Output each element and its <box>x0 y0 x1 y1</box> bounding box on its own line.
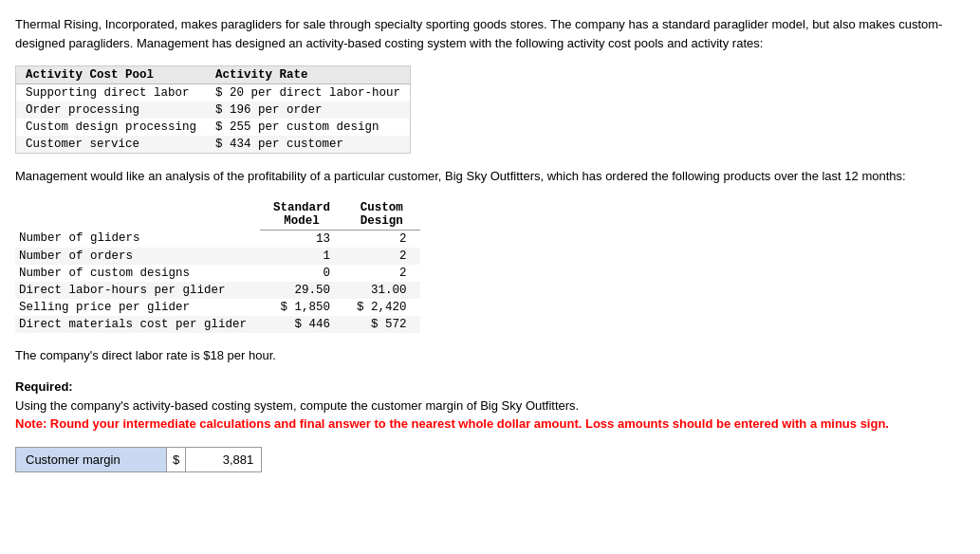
activity-pool-header: Activity Cost Pool <box>16 66 207 84</box>
activity-rate-header: Activity Rate <box>206 66 411 84</box>
row-gliders-label: Number of gliders <box>15 230 260 248</box>
row-materials-custom: $ 572 <box>343 316 420 333</box>
activity-rate-row2: $ 196 per order <box>206 102 411 119</box>
activity-rate-row1: $ 20 per direct labor-hour <box>206 84 411 102</box>
activity-rate-row4: $ 434 per customer <box>206 136 411 154</box>
row-orders-label: Number of orders <box>15 248 260 265</box>
activity-pool-row4: Customer service <box>16 136 207 154</box>
row-dlh-custom: 31.00 <box>343 282 420 299</box>
row-designs-custom: 2 <box>343 265 420 282</box>
row-price-label: Selling price per glider <box>15 299 260 316</box>
required-section: Required: Using the company's activity-b… <box>15 378 965 434</box>
direct-labor-paragraph: The company's direct labor rate is $18 p… <box>15 346 965 365</box>
activity-pool-row1: Supporting direct labor <box>16 84 207 102</box>
custom-design-header: Custom Design <box>343 199 420 231</box>
row-designs-label: Number of custom designs <box>15 265 260 282</box>
standard-model-header: Standard Model <box>260 199 343 231</box>
activity-pool-row3: Custom design processing <box>16 119 207 136</box>
required-label: Required: <box>15 379 73 394</box>
row-materials-standard: $ 446 <box>260 316 343 333</box>
row-orders-standard: 1 <box>260 248 343 265</box>
customer-margin-label: Customer margin <box>15 447 167 472</box>
row-gliders-custom: 2 <box>343 230 420 248</box>
product-data-table: Standard Model Custom Design Number of g… <box>15 199 420 333</box>
row-dlh-standard: 29.50 <box>260 282 343 299</box>
row-dlh-label: Direct labor-hours per glider <box>15 282 260 299</box>
activity-cost-table: Activity Cost Pool Activity Rate Support… <box>15 65 411 154</box>
product-col1-header <box>15 199 260 231</box>
row-gliders-standard: 13 <box>260 230 343 248</box>
row-price-standard: $ 1,850 <box>260 299 343 316</box>
activity-pool-row2: Order processing <box>16 102 207 119</box>
answer-section: Customer margin $ <box>15 447 965 472</box>
required-note: Note: Round your intermediate calculatio… <box>15 415 965 434</box>
middle-paragraph: Management would like an analysis of the… <box>15 167 965 186</box>
dollar-sign: $ <box>167 447 186 472</box>
intro-paragraph: Thermal Rising, Incorporated, makes para… <box>15 15 965 52</box>
customer-margin-input[interactable] <box>186 447 262 472</box>
activity-rate-row3: $ 255 per custom design <box>206 119 411 136</box>
row-orders-custom: 2 <box>343 248 420 265</box>
row-designs-standard: 0 <box>260 265 343 282</box>
row-materials-label: Direct materials cost per glider <box>15 316 260 333</box>
required-line1: Using the company's activity-based costi… <box>15 398 579 413</box>
row-price-custom: $ 2,420 <box>343 299 420 316</box>
